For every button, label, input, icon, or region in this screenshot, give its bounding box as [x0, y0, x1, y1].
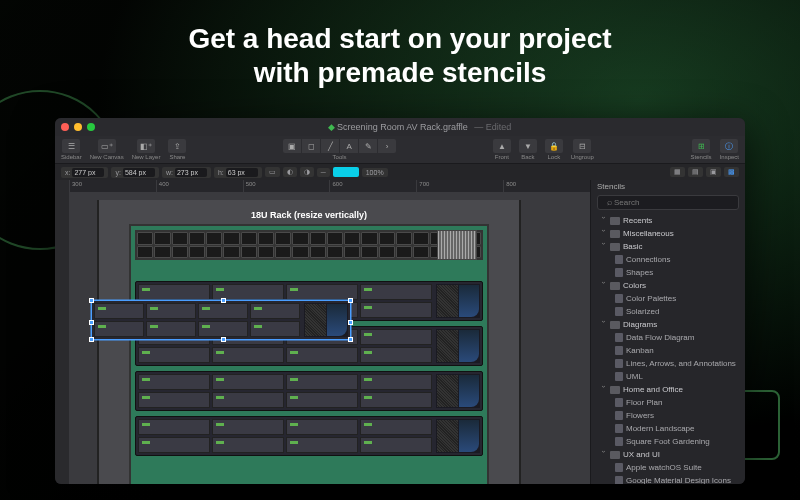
tool-text[interactable]: A: [340, 139, 358, 153]
stencil-category[interactable]: ›Recents: [591, 214, 745, 227]
tool-more[interactable]: ›: [378, 139, 396, 153]
zoom-level[interactable]: 100%: [362, 168, 388, 177]
folder-icon: [610, 321, 620, 329]
arrange-front[interactable]: ▲ Front: [493, 139, 511, 160]
close-icon[interactable]: [61, 123, 69, 131]
selection-handle[interactable]: [348, 337, 353, 342]
document-icon: [615, 359, 623, 368]
stencil-item[interactable]: Square Foot Gardening: [591, 435, 745, 448]
titlebar: ◆ Screening Room AV Rack.graffle — Edite…: [55, 118, 745, 136]
patch-panel[interactable]: [135, 230, 483, 260]
tool-seg-3[interactable]: ◑: [300, 167, 314, 177]
category-label: Recents: [623, 216, 652, 225]
inspect-tab[interactable]: ⓘ Inspect: [720, 139, 739, 160]
rack-panel[interactable]: [129, 224, 489, 484]
promo-headline: Get a head start on your project with pr…: [0, 0, 800, 89]
new-canvas-button[interactable]: ▭⁺ New Canvas: [90, 139, 124, 160]
share-button[interactable]: ⇪ Share: [168, 139, 186, 160]
stencil-search: [597, 195, 739, 210]
stencil-item[interactable]: Color Palettes: [591, 292, 745, 305]
document-icon: [615, 398, 623, 407]
selection-handle[interactable]: [89, 298, 94, 303]
stencil-item[interactable]: Floor Plan: [591, 396, 745, 409]
stencil-item[interactable]: Google Material Design Icons: [591, 474, 745, 484]
window-title: ◆ Screening Room AV Rack.graffle — Edite…: [100, 122, 739, 132]
stencil-item[interactable]: Shapes: [591, 266, 745, 279]
chevron-down-icon: ›: [600, 243, 607, 251]
x-input[interactable]: [72, 168, 104, 177]
document-icon: [615, 411, 623, 420]
ungroup-button[interactable]: ⊟ Ungroup: [571, 139, 594, 160]
stencil-item[interactable]: Modern Landscape: [591, 422, 745, 435]
stencil-category[interactable]: ›UX and UI: [591, 448, 745, 461]
tool-shape[interactable]: ◻: [302, 139, 320, 153]
y-input[interactable]: [123, 168, 155, 177]
tool-select[interactable]: ▣: [283, 139, 301, 153]
tool-seg-4[interactable]: ─: [317, 168, 330, 177]
bring-front-icon: ▲: [493, 139, 511, 153]
selection-handle[interactable]: [89, 320, 94, 325]
ruler-horizontal: 300 400 500 600 700 800: [69, 180, 590, 192]
stencil-item-label: UML: [626, 372, 643, 381]
search-input[interactable]: [597, 195, 739, 210]
fill-swatch[interactable]: [333, 167, 359, 177]
stencil-category[interactable]: ›Home and Office: [591, 383, 745, 396]
tool-line[interactable]: ╱: [321, 139, 339, 153]
folder-icon: [610, 451, 620, 459]
selection-handle[interactable]: [221, 337, 226, 342]
document-icon: [615, 268, 623, 277]
vent-panel-right[interactable]: [437, 230, 477, 260]
category-label: Miscellaneous: [623, 229, 674, 238]
stencil-item[interactable]: Data Flow Diagram: [591, 331, 745, 344]
size-w: w:: [162, 167, 211, 178]
selection-handle[interactable]: [348, 298, 353, 303]
stencil-item[interactable]: Connections: [591, 253, 745, 266]
info-icon: ⓘ: [720, 139, 738, 153]
inspector-bar: x: y: w: h: ▭ ◐ ◑ ─ 100% ▦ ▤ ▣ ▩: [55, 164, 745, 180]
stencil-category[interactable]: ›Diagrams: [591, 318, 745, 331]
stencil-item-label: Data Flow Diagram: [626, 333, 694, 342]
selection-handle[interactable]: [221, 298, 226, 303]
lock-icon: 🔒: [545, 139, 563, 153]
tool-pen[interactable]: ✎: [359, 139, 377, 153]
selection-handle[interactable]: [348, 320, 353, 325]
document-icon: [615, 372, 623, 381]
stencil-tree: ›Recents›Miscellaneous›BasicConnectionsS…: [591, 212, 745, 484]
stencils-tab[interactable]: ⊞ Stencils: [691, 139, 712, 160]
rack-device-3[interactable]: [135, 371, 483, 411]
zoom-icon[interactable]: [87, 123, 95, 131]
stencil-category[interactable]: ›Colors: [591, 279, 745, 292]
document-icon: [615, 294, 623, 303]
panel-tab-4[interactable]: ▩: [724, 167, 739, 177]
tool-seg-2[interactable]: ◐: [283, 167, 297, 177]
app-window: ◆ Screening Room AV Rack.graffle — Edite…: [55, 118, 745, 484]
rack-device-4[interactable]: [135, 416, 483, 456]
sidebar-toggle[interactable]: ☰ Sidebar: [61, 139, 82, 160]
selected-rack-device[interactable]: [91, 300, 351, 340]
canvas-area[interactable]: 300 400 500 600 700 800 18U Rack (resize…: [55, 180, 590, 484]
panel-tab-1[interactable]: ▦: [670, 167, 685, 177]
minimize-icon[interactable]: [74, 123, 82, 131]
stencil-item[interactable]: Kanban: [591, 344, 745, 357]
size-h: h:: [214, 167, 262, 178]
w-input[interactable]: [175, 168, 207, 177]
stencil-item[interactable]: Solarized: [591, 305, 745, 318]
arrange-back[interactable]: ▼ Back: [519, 139, 537, 160]
stencil-item[interactable]: Apple watchOS Suite: [591, 461, 745, 474]
category-label: Diagrams: [623, 320, 657, 329]
stencil-item[interactable]: Flowers: [591, 409, 745, 422]
lock-button[interactable]: 🔒 Lock: [545, 139, 563, 160]
canvas-page[interactable]: 18U Rack (resize vertically): [99, 200, 519, 484]
panel-tab-2[interactable]: ▤: [688, 167, 703, 177]
new-layer-button[interactable]: ◧⁺ New Layer: [132, 139, 161, 160]
stencil-item[interactable]: Lines, Arrows, and Annotations: [591, 357, 745, 370]
selection-handle[interactable]: [89, 337, 94, 342]
folder-icon: [610, 386, 620, 394]
stencil-category[interactable]: ›Basic: [591, 240, 745, 253]
folder-icon: [610, 282, 620, 290]
stencil-item[interactable]: UML: [591, 370, 745, 383]
tool-seg-1[interactable]: ▭: [265, 167, 280, 177]
panel-tab-3[interactable]: ▣: [706, 167, 721, 177]
stencil-category[interactable]: ›Miscellaneous: [591, 227, 745, 240]
h-input[interactable]: [226, 168, 258, 177]
